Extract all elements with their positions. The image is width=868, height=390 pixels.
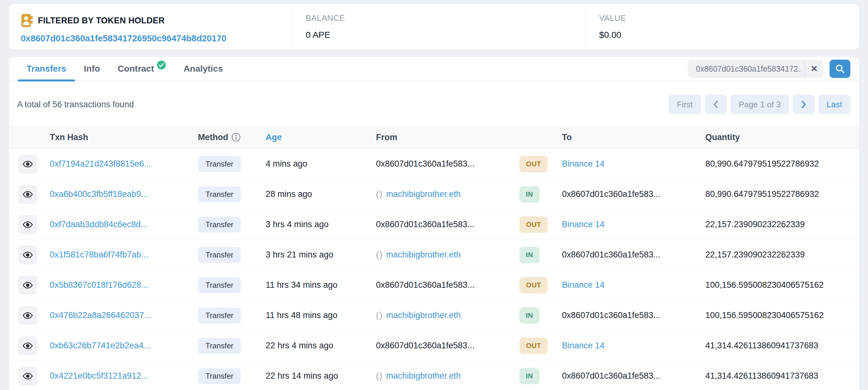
from-address: 0x8607d01c360a1fe583... — [376, 341, 474, 350]
tab-info-label: Info — [84, 64, 100, 74]
txn-hash-link[interactable]: 0x476b22a8a266462037... — [50, 310, 151, 320]
to-address: 0x8607d01c360a1fe583... — [562, 310, 660, 320]
age-cell: 11 hrs 34 mins ago — [266, 280, 376, 290]
transactions-count: A total of 56 transactions found — [17, 100, 134, 110]
method-badge: Transfer — [198, 187, 241, 202]
direction-badge: OUT — [519, 277, 548, 294]
tab-contract[interactable]: Contract — [109, 57, 175, 81]
eye-icon — [23, 251, 33, 259]
tab-contract-label: Contract — [118, 64, 154, 74]
txn-hash-link[interactable]: 0x1f581c78ba6f74fb7ab... — [50, 250, 148, 259]
eye-icon — [23, 221, 33, 228]
preview-transaction-button[interactable] — [18, 276, 37, 295]
quantity-header: Quantity — [705, 133, 850, 142]
from-address: 0x8607d01c360a1fe583... — [376, 159, 474, 168]
contract-verified-icon — [157, 60, 166, 70]
balance-section: BALANCE 0 APE — [292, 4, 585, 50]
txn-hash-link[interactable]: 0xa6b400c3fb5ff18eab9... — [50, 189, 148, 199]
preview-transaction-button[interactable] — [18, 336, 37, 355]
quantity-cell: 80,990.647979519522786932 — [705, 189, 850, 199]
preview-transaction-button[interactable] — [18, 367, 37, 386]
filter-summary-card: FILTERED BY TOKEN HOLDER 0x8607d01c360a1… — [9, 4, 859, 50]
method-badge: Transfer — [198, 368, 241, 384]
clear-filter-button[interactable]: ✕ — [805, 60, 823, 78]
value-label: VALUE — [599, 13, 859, 23]
ens-icon: () — [376, 250, 383, 260]
tab-analytics[interactable]: Analytics — [175, 57, 232, 81]
preview-transaction-button[interactable] — [18, 155, 37, 173]
search-button[interactable] — [830, 60, 850, 78]
preview-transaction-button[interactable] — [18, 185, 37, 204]
method-badge: Transfer — [198, 156, 241, 172]
ens-icon: () — [376, 189, 383, 199]
from-address: 0x8607d01c360a1fe583... — [376, 220, 474, 229]
to-address-link[interactable]: Binance 14 — [562, 159, 604, 168]
token-holder-icon — [21, 13, 33, 28]
info-icon[interactable] — [231, 133, 241, 142]
eye-icon — [23, 372, 33, 380]
direction-badge: IN — [519, 368, 539, 384]
txn-hash-header: Txn Hash — [50, 133, 198, 142]
direction-badge: OUT — [519, 217, 548, 233]
balance-label: BALANCE — [306, 13, 585, 23]
from-address-link[interactable]: machibigbrother.eth — [386, 189, 461, 199]
search-icon — [835, 64, 845, 74]
list-header: A total of 56 transactions found First P… — [9, 81, 859, 126]
to-address-link[interactable]: Binance 14 — [562, 280, 604, 290]
age-cell: 11 hrs 48 mins ago — [266, 310, 376, 320]
method-badge: Transfer — [198, 338, 241, 354]
filter-search-input[interactable] — [688, 64, 804, 74]
from-address: 0x8607d01c360a1fe583... — [376, 280, 474, 290]
table-row: 0xa6b400c3fb5ff18eab9... Transfer 28 min… — [9, 179, 859, 210]
from-address-link[interactable]: machibigbrother.eth — [386, 371, 461, 381]
direction-badge: IN — [519, 307, 539, 324]
direction-badge: OUT — [519, 156, 548, 172]
txn-hash-link[interactable]: 0xf7daab3ddb84c6ec8d... — [50, 220, 148, 229]
age-cell: 22 hrs 4 mins ago — [266, 341, 376, 351]
age-cell: 28 mins ago — [266, 189, 376, 199]
preview-transaction-button[interactable] — [18, 246, 37, 264]
to-address-link[interactable]: Binance 14 — [562, 341, 604, 350]
pagination-next-button[interactable] — [793, 95, 815, 114]
quantity-cell: 22,157.239090232262339 — [705, 250, 850, 260]
txn-hash-link[interactable]: 0x5b8367c018f176d628... — [50, 280, 148, 290]
token-holder-address-link[interactable]: 0x8607d01c360a1fe58341726950c96474b8d201… — [21, 33, 226, 44]
eye-icon — [23, 342, 33, 350]
method-badge: Transfer — [198, 277, 241, 293]
table-row: 0xb63c26b7741e2b2ea4... Transfer 22 hrs … — [9, 331, 859, 361]
eye-icon — [23, 160, 33, 168]
txn-hash-link[interactable]: 0xf7194a21d243f8815e6... — [50, 159, 151, 168]
age-cell: 3 hrs 4 mins ago — [266, 220, 376, 229]
transfers-card: Transfers Info Contract Analytics — [9, 57, 859, 390]
ens-icon: () — [376, 371, 383, 381]
preview-transaction-button[interactable] — [18, 215, 37, 234]
filter-holder-section: FILTERED BY TOKEN HOLDER 0x8607d01c360a1… — [9, 4, 291, 50]
filter-search-group: ✕ — [688, 60, 850, 78]
pagination-prev-button — [705, 95, 727, 114]
table-header-row: Txn Hash Method Age From To Quantity — [9, 126, 859, 149]
eye-icon — [23, 312, 33, 319]
table-row: 0x4221e0bc5f3121a912... Transfer 22 hrs … — [9, 361, 859, 390]
table-row: 0x1f581c78ba6f74fb7ab... Transfer 3 hrs … — [9, 240, 859, 270]
table-row: 0x476b22a8a266462037... Transfer 11 hrs … — [9, 300, 859, 331]
from-address-link[interactable]: machibigbrother.eth — [386, 310, 461, 320]
preview-transaction-button[interactable] — [18, 306, 37, 325]
txn-hash-link[interactable]: 0xb63c26b7741e2b2ea4... — [50, 341, 151, 350]
tab-info[interactable]: Info — [75, 57, 109, 81]
age-cell: 4 mins ago — [266, 159, 376, 169]
pagination-status: Page 1 of 3 — [731, 95, 789, 114]
direction-badge: OUT — [519, 338, 548, 354]
to-address: 0x8607d01c360a1fe583... — [562, 371, 660, 381]
pagination-last-button[interactable]: Last — [818, 95, 850, 114]
to-address-link[interactable]: Binance 14 — [562, 220, 604, 229]
from-address-link[interactable]: machibigbrother.eth — [386, 250, 461, 260]
txn-hash-link[interactable]: 0x4221e0bc5f3121a912... — [50, 371, 148, 381]
age-sort-link[interactable]: Age — [266, 133, 376, 142]
tab-transfers[interactable]: Transfers — [18, 57, 75, 81]
method-header: Method — [198, 133, 266, 142]
age-cell: 3 hrs 21 mins ago — [266, 250, 376, 260]
page: FILTERED BY TOKEN HOLDER 0x8607d01c360a1… — [0, 0, 868, 390]
to-address: 0x8607d01c360a1fe583... — [562, 250, 660, 259]
pagination-first-button: First — [669, 95, 701, 114]
quantity-cell: 22,157.239090232262339 — [705, 220, 850, 229]
